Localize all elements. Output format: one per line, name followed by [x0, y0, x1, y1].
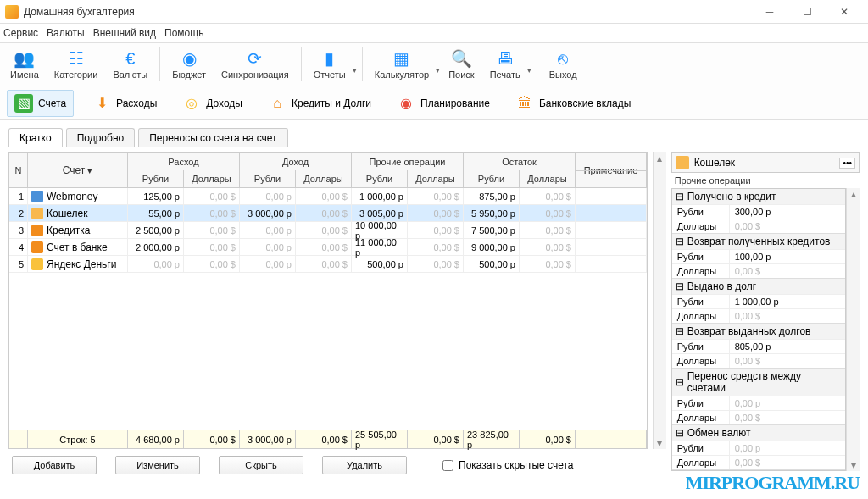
- side-panel: Кошелек ••• Прочие операции ⊟Получено в …: [671, 152, 860, 449]
- navtab-loans[interactable]: ⌂Кредиты и Долги: [261, 91, 378, 116]
- chart-icon: ▮: [320, 49, 339, 68]
- col-income[interactable]: Доход: [240, 153, 352, 170]
- side-group-header[interactable]: ⊟Перенос средств между счетами: [672, 369, 845, 396]
- tool-search[interactable]: 🔍Поиск: [442, 47, 481, 81]
- close-button[interactable]: ✕: [826, 0, 863, 24]
- side-title: Кошелек: [694, 157, 736, 169]
- tool-exit[interactable]: ⎋Выход: [542, 47, 584, 81]
- account-icon: [31, 241, 43, 253]
- side-group-header[interactable]: ⊟Возврат выданных долгов: [672, 324, 845, 339]
- delete-button[interactable]: Удалить: [322, 456, 407, 474]
- table-row[interactable]: 2Кошелек55,00 р0,00 $3 000,00 р0,00 $3 0…: [9, 205, 647, 222]
- side-row: Рубли805,00 р: [672, 339, 845, 353]
- vertical-scrollbar[interactable]: ▴▾: [653, 152, 666, 449]
- table-row[interactable]: 5Яндекс Деньги0,00 р0,00 $0,00 р0,00 $50…: [9, 256, 647, 273]
- side-scrollbar[interactable]: ▴▾: [846, 188, 860, 471]
- menu-service[interactable]: Сервис: [3, 27, 38, 39]
- chevron-down-icon[interactable]: ▾: [353, 54, 357, 75]
- tool-currencies[interactable]: €Валюты: [106, 47, 154, 81]
- accounts-table: N Счет ▾ Расход Доход Прочие операции Ос…: [8, 152, 648, 449]
- tool-budget[interactable]: ◉Бюджет: [165, 47, 213, 81]
- coins-icon: ◎: [182, 94, 201, 113]
- footer-rowcount: Строк: 5: [28, 430, 128, 448]
- col-inc-usd[interactable]: Доллары: [296, 170, 352, 187]
- side-row: Доллары0,00 $: [672, 308, 845, 323]
- col-n[interactable]: N: [9, 153, 28, 187]
- side-group-header[interactable]: ⊟Получено в кредит: [672, 189, 845, 204]
- col-bal-usd[interactable]: Доллары: [520, 170, 576, 187]
- side-grid: ⊟Получено в кредитРубли300,00 рДоллары0,…: [671, 188, 846, 471]
- viewtab-brief[interactable]: Кратко: [8, 128, 63, 147]
- titlebar: Домашняя бухгалтерия ─ ☐ ✕: [0, 0, 868, 24]
- minimize-button[interactable]: ─: [751, 0, 788, 24]
- side-row: Рубли0,00 р: [672, 441, 845, 455]
- navtab-expenses[interactable]: ⬇Расходы: [86, 91, 164, 116]
- watermark: MIRPROGRAMM.RU: [686, 472, 860, 494]
- col-other[interactable]: Прочие операции: [352, 153, 464, 170]
- side-group-header[interactable]: ⊟Выдано в долг: [672, 279, 845, 294]
- col-oth-usd[interactable]: Доллары: [408, 170, 464, 187]
- side-row: Рубли300,00 р: [672, 204, 845, 219]
- side-row: Доллары0,00 $: [672, 263, 845, 278]
- tool-sync[interactable]: ⟳Синхронизация: [214, 47, 296, 81]
- table-body: 1Webmoney125,00 р0,00 $0,00 р0,00 $1 000…: [9, 188, 647, 309]
- tool-names[interactable]: 👥Имена: [3, 47, 46, 81]
- side-subtitle: Прочие операции: [671, 173, 860, 188]
- target-icon: ◉: [397, 94, 415, 113]
- account-icon: [31, 225, 43, 236]
- edit-button[interactable]: Изменить: [115, 456, 200, 474]
- table-row[interactable]: 1Webmoney125,00 р0,00 $0,00 р0,00 $1 000…: [9, 188, 647, 205]
- navtabs: ▧Счета ⬇Расходы ◎Доходы ⌂Кредиты и Долги…: [0, 86, 868, 120]
- col-account[interactable]: Счет ▾: [28, 153, 128, 187]
- window-title: Домашняя бухгалтерия: [24, 6, 751, 18]
- down-icon: ⬇: [92, 94, 111, 113]
- account-icon: [31, 258, 43, 270]
- tool-categories[interactable]: ☷Категории: [47, 47, 105, 81]
- categories-icon: ☷: [67, 49, 86, 68]
- side-row: Рубли100,00 р: [672, 249, 845, 263]
- viewtab-transfers[interactable]: Переносы со счета на счет: [138, 128, 287, 147]
- col-bal-rub[interactable]: Рубли: [464, 170, 520, 187]
- show-hidden-input[interactable]: [442, 460, 453, 471]
- col-oth-rub[interactable]: Рубли: [352, 170, 408, 187]
- menu-currencies[interactable]: Валюты: [47, 27, 85, 39]
- account-icon: [31, 208, 43, 219]
- calculator-icon: ▦: [392, 49, 411, 68]
- col-expense[interactable]: Расход: [128, 153, 240, 170]
- side-group-header[interactable]: ⊟Обмен валют: [672, 425, 845, 441]
- col-balance[interactable]: Остаток: [464, 153, 576, 170]
- col-inc-rub[interactable]: Рубли: [240, 170, 296, 187]
- wallet-icon: ▧: [14, 94, 33, 113]
- viewtabs: Кратко Подробно Переносы со счета на сче…: [0, 124, 868, 147]
- toolbar-sep: [301, 47, 302, 81]
- table-row[interactable]: 4Счет в банке2 000,00 р0,00 $0,00 р0,00 …: [9, 239, 647, 256]
- viewtab-detailed[interactable]: Подробно: [66, 128, 136, 147]
- navtab-income[interactable]: ◎Доходы: [175, 91, 249, 116]
- exit-icon: ⎋: [554, 49, 572, 68]
- chevron-down-icon[interactable]: ▾: [436, 54, 440, 75]
- wallet-icon: [676, 156, 689, 169]
- tool-print[interactable]: 🖶Печать: [483, 47, 527, 81]
- col-exp-usd[interactable]: Доллары: [184, 170, 240, 187]
- side-group-header[interactable]: ⊟Возврат полученных кредитов: [672, 234, 845, 249]
- menu-help[interactable]: Помощь: [164, 27, 203, 39]
- tool-calc[interactable]: ▦Калькулятор: [368, 47, 436, 81]
- side-row: Доллары0,00 $: [672, 353, 845, 368]
- navtab-deposits[interactable]: 🏛Банковские вклады: [509, 91, 638, 116]
- hide-button[interactable]: Скрыть: [219, 456, 303, 474]
- table-footer: Строк: 5 4 680,00 р0,00 $ 3 000,00 р0,00…: [9, 430, 647, 448]
- side-options-button[interactable]: •••: [839, 158, 855, 169]
- navtab-planning[interactable]: ◉Планирование: [390, 91, 497, 116]
- account-icon: [31, 191, 43, 202]
- col-exp-rub[interactable]: Рубли: [128, 170, 184, 187]
- menu-appearance[interactable]: Внешний вид: [93, 27, 156, 39]
- toolbar-sep: [362, 47, 363, 81]
- table-row[interactable]: 3Кредитка2 500,00 р0,00 $0,00 р0,00 $10 …: [9, 222, 647, 239]
- chevron-down-icon[interactable]: ▾: [527, 54, 531, 75]
- tool-reports[interactable]: ▮Отчеты: [307, 47, 353, 81]
- maximize-button[interactable]: ☐: [788, 0, 826, 24]
- show-hidden-checkbox[interactable]: Показать скрытые счета: [442, 459, 573, 471]
- toolbar-sep: [537, 47, 537, 81]
- navtab-accounts[interactable]: ▧Счета: [7, 90, 74, 117]
- add-button[interactable]: Добавить: [12, 456, 97, 474]
